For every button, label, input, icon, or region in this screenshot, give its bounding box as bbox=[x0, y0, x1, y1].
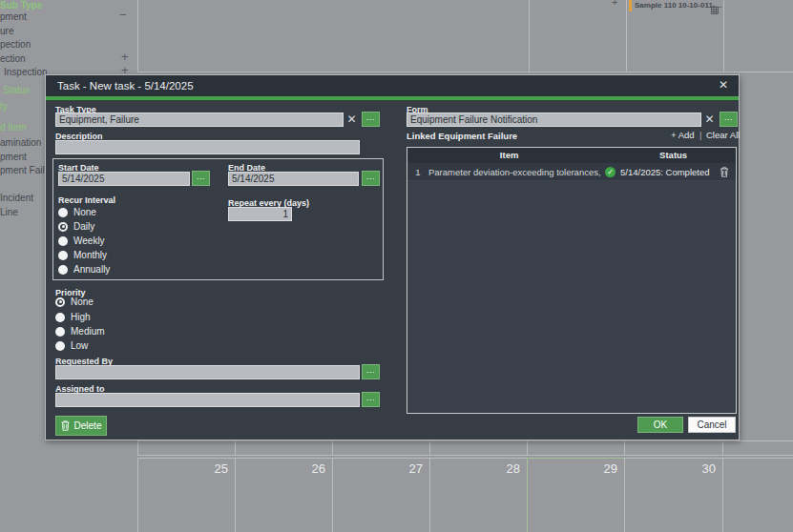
linked-title: Linked Equipment Failure bbox=[407, 131, 517, 141]
row-delete-button[interactable] bbox=[720, 167, 731, 177]
recur-daily-radio[interactable]: Daily bbox=[58, 221, 94, 232]
calendar-cell[interactable] bbox=[235, 440, 333, 456]
radio-icon bbox=[58, 251, 68, 260]
sidebar-item-status[interactable]: Status bbox=[3, 85, 30, 97]
calendar-day-29-today[interactable]: 29 bbox=[527, 458, 625, 532]
radio-selected-icon bbox=[55, 297, 65, 307]
repeat-every-field[interactable] bbox=[228, 207, 292, 221]
calendar-cell[interactable] bbox=[529, 0, 627, 72]
calendar-cell[interactable] bbox=[722, 458, 793, 532]
radio-icon bbox=[55, 313, 65, 322]
sidebar-item-inspection-3[interactable]: Inspection bbox=[4, 67, 48, 79]
calendar-day-27[interactable]: 27 bbox=[332, 458, 430, 532]
linked-add-button[interactable]: + Add bbox=[671, 130, 695, 140]
task-type-field[interactable] bbox=[55, 113, 344, 127]
row-item-text: Parameter deviation-exceeding tolerances… bbox=[428, 167, 600, 177]
calendar-day-25[interactable]: 25 bbox=[137, 458, 236, 532]
trash-icon bbox=[720, 167, 729, 177]
recur-monthly-radio[interactable]: Monthly bbox=[58, 250, 107, 260]
start-date-browse-button[interactable]: ... bbox=[192, 171, 210, 186]
calendar-cell[interactable] bbox=[723, 0, 793, 72]
sidebar-item-incident[interactable]: Incident bbox=[0, 193, 33, 205]
clear-task-type-icon[interactable]: ✕ bbox=[345, 113, 358, 127]
recur-none-radio[interactable]: None bbox=[58, 207, 96, 217]
cancel-button[interactable]: Cancel bbox=[688, 417, 736, 433]
radio-label: Monthly bbox=[73, 250, 107, 260]
day-number: 26 bbox=[312, 461, 325, 476]
start-date-field[interactable] bbox=[58, 172, 190, 186]
recur-interval-label: Recur Interval bbox=[58, 195, 115, 205]
radio-icon bbox=[55, 341, 65, 351]
radio-icon bbox=[55, 327, 65, 337]
calendar-day-28[interactable]: 28 bbox=[429, 458, 528, 532]
recur-annually-radio[interactable]: Annually bbox=[58, 264, 110, 275]
expand-icon-1[interactable]: + bbox=[121, 52, 129, 62]
priority-medium-radio[interactable]: Medium bbox=[55, 326, 105, 337]
sidebar-item-equipment-2[interactable]: pment bbox=[0, 152, 27, 164]
radio-icon bbox=[58, 208, 68, 217]
recur-weekly-radio[interactable]: Weekly bbox=[58, 235, 105, 246]
linked-row-1[interactable]: 1 Parameter deviation-exceeding toleranc… bbox=[407, 163, 736, 181]
form-browse-button[interactable]: ... bbox=[720, 112, 738, 127]
day-number: 28 bbox=[507, 461, 520, 476]
priority-high-radio[interactable]: High bbox=[55, 312, 91, 322]
calendar-event-chip[interactable]: Sample 110 10-10-011-... bbox=[629, 0, 722, 11]
radio-selected-icon bbox=[58, 222, 68, 232]
calendar-cell[interactable] bbox=[332, 440, 430, 456]
radio-label: High bbox=[71, 312, 91, 322]
radio-label: None bbox=[71, 297, 94, 307]
description-field[interactable] bbox=[55, 140, 360, 154]
dialog-titlebar[interactable]: Task - New task - 5/14/2025 ✕ bbox=[46, 75, 739, 96]
sidebar-item-inspection-2[interactable]: ection bbox=[0, 53, 26, 66]
requested-by-field[interactable] bbox=[55, 365, 360, 379]
calendar-cell[interactable] bbox=[137, 440, 236, 456]
sidebar-item-failure[interactable]: ure bbox=[0, 26, 13, 38]
trash-icon bbox=[61, 420, 70, 431]
day-number: 25 bbox=[215, 461, 228, 476]
radio-label: Annually bbox=[73, 264, 110, 275]
end-date-browse-button[interactable]: ... bbox=[362, 171, 380, 186]
form-field[interactable] bbox=[407, 113, 701, 127]
sidebar-item-linked-item[interactable]: d Item bbox=[0, 122, 27, 134]
task-type-browse-button[interactable]: ... bbox=[362, 112, 380, 127]
end-date-field[interactable] bbox=[228, 172, 359, 186]
accent-bar bbox=[46, 96, 739, 100]
delete-button[interactable]: Delete bbox=[55, 416, 107, 436]
radio-icon bbox=[58, 236, 68, 246]
radio-label: Medium bbox=[71, 326, 105, 337]
collapse-icon[interactable]: − bbox=[119, 10, 127, 20]
assigned-to-field[interactable] bbox=[55, 393, 360, 407]
status-column-header: Status bbox=[611, 148, 736, 163]
dialog-title: Task - New task - 5/14/2025 bbox=[57, 80, 194, 92]
day-number: 27 bbox=[409, 461, 423, 476]
item-column-header: Item bbox=[407, 148, 611, 163]
sidebar-item-inspection-1[interactable]: pection bbox=[0, 39, 31, 51]
close-icon[interactable]: ✕ bbox=[717, 75, 730, 96]
priority-none-radio[interactable]: None bbox=[55, 297, 94, 307]
requested-by-browse-button[interactable]: ... bbox=[362, 364, 380, 379]
event-grid-icon bbox=[711, 1, 719, 9]
calendar-day-26[interactable]: 26 bbox=[235, 458, 333, 532]
calendar-cell[interactable] bbox=[722, 440, 793, 456]
priority-low-radio[interactable]: Low bbox=[55, 340, 88, 351]
linked-clear-all-button[interactable]: Clear All bbox=[706, 130, 740, 140]
calendar-cell[interactable] bbox=[429, 440, 528, 456]
clear-form-icon[interactable]: ✕ bbox=[703, 113, 716, 127]
calendar-cell[interactable] bbox=[624, 440, 723, 456]
ok-button[interactable]: OK bbox=[637, 417, 683, 433]
sidebar-item-line[interactable]: Line bbox=[0, 207, 18, 219]
radio-label: None bbox=[73, 207, 96, 217]
task-dialog: Task - New task - 5/14/2025 ✕ Task Type … bbox=[45, 74, 740, 440]
radio-label: Daily bbox=[73, 221, 94, 232]
calendar-day-30[interactable]: 30 bbox=[624, 458, 723, 532]
sidebar-item-examination[interactable]: amination bbox=[0, 137, 41, 150]
row-status-text: 5/14/2025: Completed bbox=[620, 167, 715, 177]
assigned-to-browse-button[interactable]: ... bbox=[362, 392, 380, 407]
radio-icon bbox=[58, 265, 68, 275]
add-event-icon[interactable]: + bbox=[612, 0, 617, 8]
sidebar-item-equipment[interactable]: pment bbox=[0, 11, 27, 24]
calendar-cell[interactable] bbox=[137, 0, 530, 72]
sidebar-item-priority[interactable]: ty bbox=[0, 101, 8, 113]
radio-label: Low bbox=[71, 340, 88, 351]
calendar-cell[interactable] bbox=[527, 440, 625, 456]
